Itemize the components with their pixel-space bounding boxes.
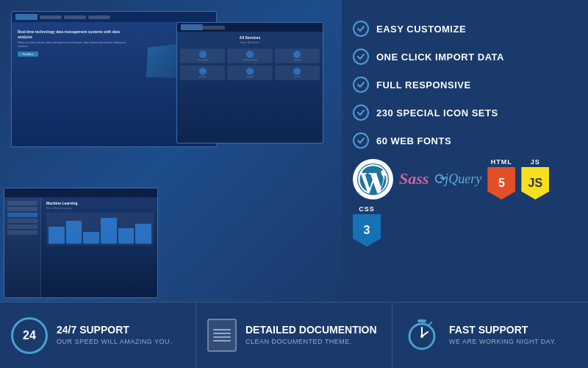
service-item-4: Business xyxy=(180,66,225,80)
support-247-title: 24/7 SUPPORT xyxy=(57,324,184,336)
feature-label-4: 230 SPECIAL ICON SETS xyxy=(376,107,498,118)
support-247-item: 24 24/7 SUPPORT OUR SPEED WILL AMAZING Y… xyxy=(0,302,196,368)
feature-web-fonts: 60 WEB FONTS xyxy=(353,127,573,155)
fast-support-title: FAST SUPPORT xyxy=(449,324,577,336)
css3-number: 3 xyxy=(364,224,370,237)
tech-stack: Sass ⟳ jQuery HTML 5 JS JS xyxy=(353,158,573,247)
ml-sidebar-item-4 xyxy=(7,219,37,223)
js-label: JS xyxy=(531,158,540,166)
ml-sidebar-item-6 xyxy=(7,230,37,235)
nav-dot-2 xyxy=(64,15,86,19)
js-shield: JS xyxy=(521,167,549,199)
svg-line-6 xyxy=(429,322,431,325)
ml-breadcrumb: Home / Machine Learning xyxy=(46,207,154,210)
ml-bar-1 xyxy=(49,227,65,244)
service-label-4: Business xyxy=(199,76,207,78)
feature-one-click: ONE CLICK IMPORT DATA xyxy=(353,43,573,71)
screenshots-area: Real-time technology data management sys… xyxy=(0,0,342,302)
feature-label-5: 60 WEB FONTS xyxy=(376,135,451,146)
feature-label-1: EASY CUSTOMIZE xyxy=(376,24,466,35)
documentation-desc: CLEAN DOCUMENTED THEME. xyxy=(245,338,381,347)
doc-line-2 xyxy=(213,333,231,334)
check-icon-5 xyxy=(353,132,369,149)
hero-subtitle: Datax provides real-time data management… xyxy=(18,41,133,48)
service-icon-5 xyxy=(246,68,254,75)
html5-number: 5 xyxy=(498,177,505,190)
service-label-1: Data Strategy xyxy=(197,59,208,61)
nav-bar-ml xyxy=(4,188,157,197)
wordpress-icon xyxy=(353,159,393,199)
service-icon-4 xyxy=(199,68,207,75)
support-247-desc: OUR SPEED WILL AMAZING YOU. xyxy=(57,338,184,347)
service-label-2: Machine Learning xyxy=(243,59,257,61)
circle-24-icon: 24 xyxy=(11,317,48,354)
check-icon-3 xyxy=(353,77,369,93)
support-247-text: 24/7 SUPPORT OUR SPEED WILL AMAZING YOU. xyxy=(57,324,184,347)
ml-bar-3 xyxy=(83,232,99,244)
service-item-1: Data Strategy xyxy=(180,49,225,63)
html5-shield: 5 xyxy=(487,167,515,199)
nav-logo xyxy=(15,14,37,20)
services-subtitle: Home / All Services xyxy=(177,41,323,44)
ml-content: Machine Learning Home / Machine Learning xyxy=(43,197,157,250)
ml-bar-2 xyxy=(66,221,82,244)
hero-text: Real-time technology data management sys… xyxy=(18,29,133,81)
ml-bar-5 xyxy=(118,228,135,244)
js-number: JS xyxy=(528,177,543,190)
ml-sidebar xyxy=(4,197,41,297)
nav-dot-3 xyxy=(88,15,110,19)
jquery-label: jQuery xyxy=(445,171,481,187)
svg-point-5 xyxy=(420,335,423,338)
document-icon xyxy=(207,319,237,352)
service-item-6: Security xyxy=(275,66,320,80)
js-badge: JS JS xyxy=(521,158,549,199)
screenshot-services: All Services Home / All Services Data St… xyxy=(176,22,323,144)
feature-full-responsive: FULL RESPONSIVE xyxy=(353,71,573,99)
documentation-item: DETAILED DOCUMENTION CLEAN DOCUMENTED TH… xyxy=(196,302,392,368)
nav-bar-main xyxy=(12,12,216,22)
service-label-3: Software xyxy=(293,59,301,61)
doc-line-3 xyxy=(213,336,231,338)
html-label: HTML xyxy=(491,158,512,166)
service-item-3: Software xyxy=(275,49,320,63)
nav-bar-services xyxy=(177,23,323,32)
ml-sidebar-item-3 xyxy=(7,213,37,217)
feature-easy-customize: EASY CUSTOMIZE xyxy=(353,15,573,43)
svg-rect-2 xyxy=(417,319,426,322)
css3-badge: CSS 3 xyxy=(353,205,381,247)
feature-label-3: FULL RESPONSIVE xyxy=(376,79,471,91)
html5-badge: HTML 5 xyxy=(487,158,515,199)
nav-logo-services xyxy=(181,24,203,30)
service-label-6: Security xyxy=(294,76,301,78)
ml-sidebar-item-1 xyxy=(7,201,37,205)
service-icon-6 xyxy=(293,68,301,75)
sass-logo: Sass xyxy=(399,169,429,188)
service-label-5: Financial xyxy=(246,76,254,78)
service-item-2: Machine Learning xyxy=(227,49,272,63)
documentation-text: DETAILED DOCUMENTION CLEAN DOCUMENTED TH… xyxy=(245,324,381,347)
hero-title: Real-time technology data management sys… xyxy=(18,29,133,39)
nav-dot-s1 xyxy=(203,26,225,29)
services-grid: Data Strategy Machine Learning Software … xyxy=(177,46,323,82)
fast-support-desc: WE ARE WORKING NIGHT DAY. xyxy=(449,338,577,347)
check-icon-2 xyxy=(353,49,369,65)
ml-title: Machine Learning xyxy=(46,201,154,205)
ml-bar-4 xyxy=(101,218,117,244)
feature-icon-sets: 230 SPECIAL ICON SETS xyxy=(353,99,573,127)
css3-shield: 3 xyxy=(353,214,381,247)
ml-sidebar-item-2 xyxy=(7,207,37,211)
check-icon-1 xyxy=(353,21,369,37)
documentation-title: DETAILED DOCUMENTION xyxy=(245,324,381,336)
doc-line-4 xyxy=(213,340,231,342)
ml-chart xyxy=(46,213,154,246)
features-area: EASY CUSTOMIZE ONE CLICK IMPORT DATA FUL… xyxy=(342,0,588,302)
service-icon-1 xyxy=(199,51,207,58)
fast-support-item: FAST SUPPORT WE ARE WORKING NIGHT DAY. xyxy=(392,302,588,368)
nav-dot-1 xyxy=(40,15,62,19)
hero-read-more-btn: Read More xyxy=(18,52,38,57)
timer-icon xyxy=(404,316,440,355)
service-item-5: Financial xyxy=(227,66,272,80)
service-icon-3 xyxy=(293,51,301,58)
feature-label-2: ONE CLICK IMPORT DATA xyxy=(376,52,504,63)
ml-bar-6 xyxy=(135,224,151,244)
